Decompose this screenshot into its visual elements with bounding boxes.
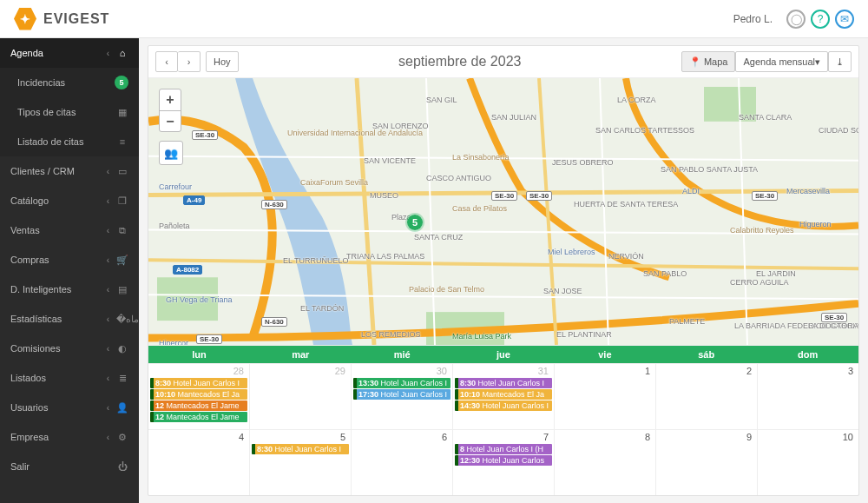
map-label: EL PLANTINAR: [556, 330, 612, 339]
road-badge: SE-30: [752, 191, 778, 201]
road-badge: A-49: [183, 195, 205, 205]
calendar-event[interactable]: 13:30 Hotel Juan Carlos I: [353, 378, 450, 388]
day-header: dom: [757, 346, 858, 363]
map-label: Casa de Pilatos: [452, 204, 507, 213]
map-label: CASCO ANTIGUO: [426, 174, 491, 182]
calendar-event[interactable]: 10:10 Mantecados El Ja: [455, 389, 552, 400]
map-label: SANTA CLARA: [739, 113, 792, 122]
map-label: SANTA CRUZ: [414, 233, 463, 242]
map-label: SAN JULIAN: [491, 113, 536, 122]
sidebar-sub-listado[interactable]: Listado de citas ≡: [0, 127, 139, 156]
day-number: 3: [848, 366, 853, 376]
map-label: Miel Lebreros: [548, 248, 595, 256]
day-number: 6: [442, 432, 447, 442]
sidebar-item-comisiones[interactable]: Comisiones‹◐: [0, 334, 139, 363]
sidebar-item-dinteligentes[interactable]: D. Inteligentes‹▤: [0, 275, 139, 304]
sidebar-item-empresa[interactable]: Empresa‹⚙: [0, 422, 139, 452]
prev-button[interactable]: ‹: [155, 51, 178, 72]
sidebar-sub-incidencias[interactable]: Incidencias 5: [0, 68, 139, 97]
sidebar-item-clientes[interactable]: Clientes / CRM‹▭: [0, 156, 139, 186]
day-number: 30: [437, 366, 447, 376]
map-label: HUERTA DE SANTA TERESA: [574, 200, 678, 208]
chat-icon[interactable]: ✉: [835, 10, 854, 29]
calendar-cell[interactable]: 3: [758, 364, 858, 429]
map-label: SAN PABLO: [643, 269, 687, 278]
map-label: EL TARDÓN: [300, 304, 344, 313]
calendar-cell[interactable]: 4: [148, 430, 250, 495]
current-user[interactable]: Pedro L.: [733, 13, 773, 25]
calendar-event[interactable]: 17:30 Hotel Juan Carlos I: [353, 389, 450, 400]
calendar-row: 458:30 Hotel Juan Carlos I678 Hotel Juan…: [148, 429, 858, 495]
map-label: LA DOCTORA: [808, 321, 858, 330]
sidebar-item-catalogo[interactable]: Catálogo‹❐: [0, 186, 139, 215]
calendar-cell[interactable]: 78 Hotel Juan Carlos I (H12:30 Hotel Jua…: [453, 430, 555, 495]
calendar-cell[interactable]: 288:30 Hotel Juan Carlos I10:10 Mantecad…: [148, 364, 250, 429]
sidebar-item-salir[interactable]: Salir⏻: [0, 452, 139, 481]
road-badge: SE-30: [192, 130, 218, 140]
day-number: 4: [239, 432, 244, 442]
cluster-pin[interactable]: 5: [405, 213, 424, 232]
chevron-left-icon: ‹: [107, 433, 109, 442]
calendar-event[interactable]: 12 Mantecados El Jame: [150, 400, 247, 411]
sidebar-sub-tipos[interactable]: Tipos de citas ▦: [0, 97, 139, 127]
calendar-cell[interactable]: 9: [656, 430, 758, 495]
calendar-cell[interactable]: 318:30 Hotel Juan Carlos I10:10 Mantecad…: [453, 364, 555, 429]
help-icon[interactable]: ?: [811, 10, 830, 29]
next-button[interactable]: ›: [178, 51, 201, 72]
calendar-cell[interactable]: 1: [555, 364, 656, 429]
view-select[interactable]: Agenda mensual ▾: [735, 51, 828, 72]
copy-icon: ❐: [116, 195, 128, 207]
calendar-event[interactable]: 8 Hotel Juan Carlos I (H: [455, 444, 552, 454]
map-label: Mercasevilla: [786, 187, 830, 195]
brand-name: EVIGEST: [43, 11, 109, 27]
road-badge: A-8082: [173, 265, 202, 275]
zoom-out-button[interactable]: −: [160, 110, 181, 131]
calendar-cell[interactable]: 2: [656, 364, 758, 429]
map-toggle-button[interactable]: 📍Mapa: [681, 51, 736, 72]
calendar-cell[interactable]: 10: [758, 430, 858, 495]
today-button[interactable]: Hoy: [206, 51, 239, 72]
calendar-cell[interactable]: 8: [555, 430, 656, 495]
zoom-in-button[interactable]: +: [160, 89, 181, 110]
map-label: Universidad Internacional de Andalucía: [287, 129, 423, 137]
sidebar-item-ventas[interactable]: Ventas‹⧉: [0, 215, 139, 245]
map-label: LOS REMEDIOS: [361, 330, 421, 339]
road-badge: SE-30: [196, 334, 222, 344]
id-icon: ▭: [116, 166, 128, 177]
calendar-event[interactable]: 8:30 Hotel Juan Carlos I: [252, 444, 349, 454]
chevron-left-icon: ‹: [107, 344, 109, 354]
sidebar-item-compras[interactable]: Compras‹🛒: [0, 245, 139, 275]
calendar-cell[interactable]: 6: [352, 430, 453, 495]
map[interactable]: SAN GILSAN LORENZOSAN JULIANLA CORZAUniv…: [148, 78, 858, 346]
more-views-button[interactable]: ⤓: [828, 51, 852, 72]
map-label: Calabritto Reyoles: [730, 226, 794, 235]
user-icon: 👤: [116, 402, 128, 414]
sidebar-item-agenda[interactable]: Agenda ‹ ⌂: [0, 38, 139, 68]
brand-logo[interactable]: ✦ EVIGEST: [14, 8, 109, 30]
calendar-event[interactable]: 12:30 Hotel Juan Carlos: [455, 455, 552, 466]
calendar-event[interactable]: 8:30 Hotel Juan Carlos I: [150, 378, 247, 388]
chevron-left-icon: ‹: [107, 196, 109, 206]
calendar-header: lunmarmiéjueviesábdom: [148, 346, 858, 363]
calendar-event[interactable]: 12 Mantecados El Jame: [150, 412, 247, 422]
cluster-button[interactable]: 👥: [159, 141, 183, 165]
calendar-event[interactable]: 8:30 Hotel Juan Carlos I: [455, 378, 552, 388]
chevron-left-icon: ‹: [107, 374, 109, 383]
sidebar-item-usuarios[interactable]: Usuarios‹👤: [0, 393, 139, 422]
sidebar-item-estadisticas[interactable]: Estadísticas‹�ماه: [0, 304, 139, 334]
calendar-cell[interactable]: 58:30 Hotel Juan Carlos I: [250, 430, 352, 495]
calendar-cell[interactable]: 29: [250, 364, 352, 429]
map-label: SAN VICENTE: [364, 156, 416, 165]
calendar-event[interactable]: 10:10 Mantecados El Ja: [150, 389, 247, 400]
map-label: SAN JOSE: [543, 287, 582, 295]
logo-icon: ✦: [14, 8, 36, 30]
road-badge: SE-30: [526, 191, 552, 201]
avatar-icon[interactable]: ◯: [786, 10, 806, 29]
road-badge: N-630: [261, 200, 287, 209]
map-label: EL TURRUÑUELO: [283, 256, 349, 265]
day-number: 2: [746, 366, 752, 376]
sidebar-item-listados[interactable]: Listados‹≣: [0, 363, 139, 393]
calendar-cell[interactable]: 3013:30 Hotel Juan Carlos I17:30 Hotel J…: [352, 364, 453, 429]
calendar-event[interactable]: 14:30 Hotel Juan Carlos I: [455, 400, 552, 411]
day-number: 28: [233, 366, 244, 376]
